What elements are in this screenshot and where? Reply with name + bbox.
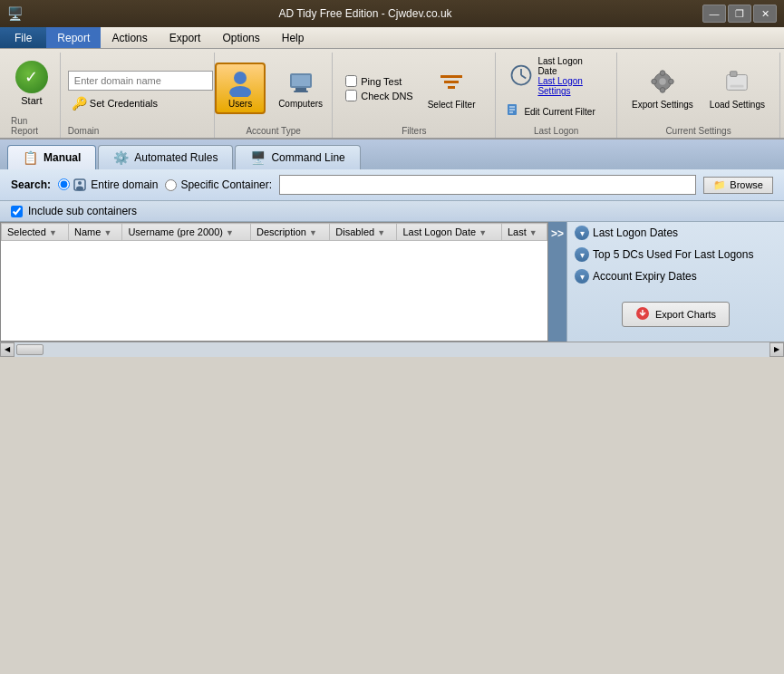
key-icon: 🔑 — [72, 96, 87, 111]
col-last-logon-date[interactable]: Last Logon Date ▼ — [397, 224, 502, 241]
search-label: Search: — [11, 178, 51, 191]
svg-point-20 — [660, 70, 665, 75]
scrollbar-left-arrow[interactable]: ◀ — [0, 342, 15, 357]
menu-file[interactable]: File — [0, 27, 46, 48]
window-controls: — ❐ ✕ — [702, 5, 777, 23]
filters-label: Filters — [402, 124, 426, 136]
sort-disabled-icon: ▼ — [377, 228, 385, 237]
load-settings-button[interactable]: Load Settings — [704, 64, 770, 113]
close-button[interactable]: ✕ — [753, 5, 777, 23]
browse-button[interactable]: 📁 Browse — [703, 177, 773, 194]
current-settings-label: Current Settings — [665, 124, 731, 136]
load-settings-icon — [723, 68, 750, 98]
horizontal-scrollbar[interactable]: ◀ ▶ — [0, 342, 784, 356]
ping-test-checkbox[interactable] — [345, 75, 357, 87]
col-username[interactable]: Username (pre 2000) ▼ — [122, 224, 251, 241]
export-charts-button[interactable]: Export Charts — [622, 302, 730, 327]
scrollbar-thumb[interactable] — [16, 344, 44, 355]
domain-input[interactable] — [68, 71, 213, 91]
account-expiry-dates-header[interactable]: ▾ Account Expiry Dates — [567, 265, 784, 287]
start-button[interactable]: ✓ Start — [8, 57, 55, 110]
edit-current-filter-label: Edit Current Filter — [524, 107, 595, 117]
svg-point-27 — [76, 187, 83, 191]
computers-button[interactable]: Computers — [269, 63, 332, 114]
svg-rect-24 — [731, 84, 744, 87]
ribbon-group-run-report: ✓ Start Run Report — [4, 53, 61, 138]
specific-container-option[interactable]: Specific Container: — [165, 178, 272, 191]
ribbon-group-current-settings: Export Settings Load Settings Current Se… — [617, 53, 780, 138]
menu-help[interactable]: Help — [271, 27, 315, 48]
top5-dcs-header[interactable]: ▾ Top 5 DCs Used For Last Logons — [567, 244, 784, 265]
entire-domain-option[interactable]: Entire domain — [58, 178, 158, 192]
export-settings-button[interactable]: Export Settings — [626, 64, 699, 113]
menu-actions[interactable]: Actions — [101, 27, 158, 48]
include-sub-containers-checkbox[interactable] — [11, 206, 23, 217]
tab-manual-label: Manual — [44, 151, 81, 164]
collapse-top5-dcs-icon: ▾ — [575, 247, 589, 262]
panel-toggle-button[interactable]: >> — [548, 222, 566, 342]
ribbon-group-account-type: Users Computers Account Type — [215, 53, 334, 138]
entire-domain-label: Entire domain — [73, 178, 158, 192]
export-settings-label: Export Settings — [632, 100, 693, 110]
last-logon-dates-header[interactable]: ▾ Last Logon Dates — [567, 222, 784, 244]
col-description[interactable]: Description ▼ — [250, 224, 329, 241]
svg-point-18 — [652, 79, 657, 84]
col-last[interactable]: Last ▼ — [501, 224, 547, 241]
computers-icon — [286, 68, 315, 97]
last-logon-settings-button[interactable]: Last Logon Date Last Logon Settings — [503, 53, 609, 100]
minimize-button[interactable]: — — [702, 5, 726, 23]
restore-button[interactable]: ❐ — [728, 5, 751, 23]
col-name[interactable]: Name ▼ — [69, 224, 122, 241]
data-table-wrapper[interactable]: Selected ▼ Name ▼ Username (pre 2000) ▼ — [0, 222, 548, 342]
svg-rect-8 — [448, 86, 455, 89]
last-logon-date-label: Last Logon Date — [537, 56, 604, 76]
tab-command-line-label: Command Line — [271, 151, 344, 164]
top5-dcs-label: Top 5 DCs Used For Last Logons — [593, 248, 753, 261]
select-filter-button[interactable]: Select Filter — [421, 64, 483, 113]
data-table: Selected ▼ Name ▼ Username (pre 2000) ▼ — [1, 223, 547, 241]
browse-label: Browse — [730, 179, 763, 190]
menu-report[interactable]: Report — [46, 27, 101, 48]
credentials-button[interactable]: 🔑 Set Credentials — [68, 94, 213, 112]
ribbon: ✓ Start Run Report 🔑 Set Credentials Dom… — [0, 49, 784, 140]
svg-line-11 — [521, 75, 526, 79]
computers-label: Computers — [278, 99, 323, 109]
credentials-label: Set Credentials — [90, 98, 158, 109]
svg-rect-7 — [444, 81, 459, 83]
last-logon-icon — [508, 63, 534, 91]
ping-test-check[interactable]: Ping Test — [345, 75, 412, 87]
container-input[interactable] — [279, 175, 696, 195]
entire-domain-radio[interactable] — [58, 178, 70, 190]
edit-current-filter-button[interactable]: Edit Current Filter — [503, 101, 598, 121]
tab-automated-rules[interactable]: ⚙️ Automated Rules — [98, 145, 233, 169]
check-dns-label: Check DNS — [361, 91, 412, 101]
menu-export[interactable]: Export — [159, 27, 212, 48]
svg-rect-6 — [440, 75, 462, 78]
browse-folder-icon: 📁 — [713, 179, 726, 191]
tab-manual[interactable]: 📋 Manual — [7, 145, 96, 169]
right-panel: ▾ Last Logon Dates ▾ Top 5 DCs Used For … — [566, 222, 784, 342]
last-logon-label: Last Logon — [534, 124, 579, 136]
sort-last-logon-date-icon: ▼ — [479, 228, 487, 237]
col-disabled[interactable]: Disabled ▼ — [330, 224, 397, 241]
svg-point-1 — [229, 86, 251, 97]
users-icon — [226, 68, 255, 97]
scrollbar-track[interactable] — [15, 342, 769, 357]
manual-tab-icon: 📋 — [23, 150, 38, 165]
svg-point-21 — [660, 87, 665, 92]
users-button[interactable]: Users — [215, 63, 266, 114]
svg-point-17 — [659, 78, 666, 85]
scrollbar-right-arrow[interactable]: ▶ — [769, 342, 784, 357]
check-dns-checkbox[interactable] — [345, 90, 357, 101]
last-logon-dates-label: Last Logon Dates — [593, 226, 678, 239]
tab-command-line[interactable]: 🖥️ Command Line — [235, 145, 360, 169]
specific-container-radio[interactable] — [165, 179, 177, 191]
menu-options[interactable]: Options — [211, 27, 270, 48]
export-settings-icon — [649, 68, 676, 98]
col-selected[interactable]: Selected ▼ — [2, 224, 69, 241]
check-dns-check[interactable]: Check DNS — [345, 90, 412, 101]
select-filter-label: Select Filter — [428, 100, 476, 110]
account-expiry-dates-label: Account Expiry Dates — [593, 270, 697, 283]
sort-last-icon: ▼ — [529, 228, 537, 237]
start-icon: ✓ — [15, 61, 48, 93]
